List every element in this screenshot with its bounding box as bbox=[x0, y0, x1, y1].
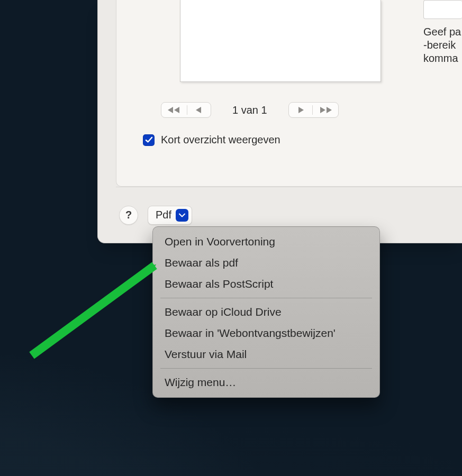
menu-item-open-preview[interactable]: Open in Voorvertoning bbox=[153, 231, 379, 252]
menu-item-save-as-pdf[interactable]: Bewaar als pdf bbox=[153, 252, 379, 273]
page-range-field[interactable] bbox=[423, 0, 462, 19]
svg-line-0 bbox=[32, 266, 155, 355]
short-overview-checkbox[interactable] bbox=[143, 134, 155, 146]
right-cutoff-panel: Geef pa -bereik komma bbox=[423, 0, 462, 65]
first-page-button[interactable] bbox=[161, 103, 187, 117]
help-button[interactable]: ? bbox=[119, 206, 138, 225]
print-dialog: Geef pa -bereik komma 1 van 1 bbox=[97, 0, 462, 243]
page-navigation: 1 van 1 bbox=[161, 102, 462, 118]
short-overview-row[interactable]: Kort overzicht weergeven bbox=[143, 134, 280, 146]
menu-item-send-mail[interactable]: Verstuur via Mail bbox=[153, 344, 379, 365]
annotation-arrow bbox=[32, 250, 169, 355]
short-overview-label: Kort overzicht weergeven bbox=[161, 134, 280, 146]
help-icon: ? bbox=[125, 209, 132, 221]
menu-item-save-icloud[interactable]: Bewaar op iCloud Drive bbox=[153, 301, 379, 323]
next-page-button[interactable] bbox=[289, 103, 312, 117]
page-thumbnail bbox=[180, 0, 381, 82]
menu-divider bbox=[160, 368, 372, 369]
menu-item-edit-menu[interactable]: Wijzig menu… bbox=[153, 372, 379, 393]
preview-panel: Geef pa -bereik komma 1 van 1 bbox=[116, 0, 462, 187]
page-range-help-text: Geef pa -bereik komma bbox=[423, 25, 462, 65]
page-indicator-label: 1 van 1 bbox=[232, 104, 267, 116]
next-page-segment bbox=[288, 102, 339, 118]
last-page-button[interactable] bbox=[313, 103, 338, 117]
menu-divider bbox=[160, 298, 372, 298]
prev-page-segment bbox=[161, 102, 211, 118]
menu-item-save-as-postscript[interactable]: Bewaar als PostScript bbox=[153, 273, 379, 295]
pdf-dropdown-label: Pdf bbox=[156, 209, 171, 221]
chevron-down-icon bbox=[176, 209, 188, 222]
prev-page-button[interactable] bbox=[187, 103, 211, 117]
pdf-dropdown-button[interactable]: Pdf bbox=[148, 206, 192, 225]
menu-item-save-webreceipts[interactable]: Bewaar in 'Webontvangstbewijzen' bbox=[153, 323, 379, 344]
pdf-dropdown-menu: Open in Voorvertoning Bewaar als pdf Bew… bbox=[152, 226, 380, 398]
